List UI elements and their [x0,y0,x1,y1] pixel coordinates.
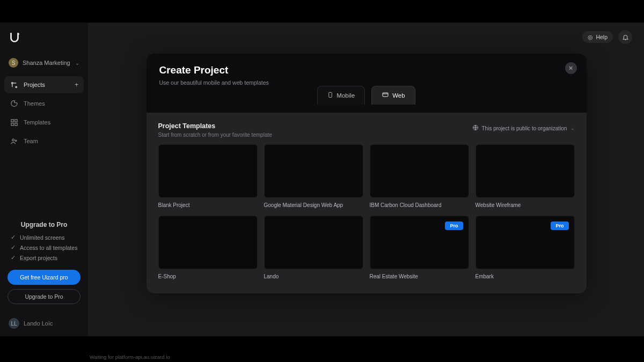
workspace-name: Shanza Marketing [23,60,70,66]
close-button[interactable]: ✕ [565,62,577,74]
pro-badge: Pro [445,221,463,230]
template-name: Blank Project [158,202,258,208]
sidebar-item-label: Themes [24,100,45,107]
sidebar-item-label: Projects [24,82,45,88]
pro-badge: Pro [551,221,568,230]
themes-icon [10,99,18,108]
visibility-label: This project is public to organization [482,125,567,131]
upgrade-feature: ✓Unlimited screens [8,234,80,241]
svg-rect-10 [383,93,388,97]
template-card-material-web-app[interactable]: Google Material Design Web App [264,144,363,208]
template-card-lando[interactable]: Lando [264,216,363,279]
tab-web[interactable]: Web [371,86,415,105]
main-area: ◎ Help Create Project Use our beautiful … [89,23,644,336]
help-icon: ◎ [588,34,593,40]
sidebar-item-label: Templates [24,119,50,125]
svg-rect-9 [329,92,332,97]
sidebar-item-team[interactable]: Team [4,132,84,150]
section-title: Project Templates [158,122,272,130]
upgrade-feature: ✓Export projects [8,254,80,261]
template-thumbnail: Pro [475,216,575,269]
template-card-embark[interactable]: Pro Embark [475,216,575,279]
svg-point-1 [11,82,13,84]
template-name: E-Shop [158,274,258,279]
globe-icon [472,124,479,132]
help-button[interactable]: ◎ Help [582,31,613,43]
template-thumbnail [264,216,363,269]
status-text: Waiting for platform-api.au.uizard.io [90,354,170,360]
template-name: Embark [475,274,575,279]
plus-icon[interactable]: + [75,81,78,88]
workspace-switcher[interactable]: S Shanza Marketing ⌄ [4,55,84,71]
sidebar: S Shanza Marketing ⌄ Projects + Themes T… [0,23,89,336]
close-icon: ✕ [568,65,573,72]
template-card-website-wireframe[interactable]: Website Wireframe [475,144,575,208]
template-thumbnail [158,144,258,198]
svg-point-2 [16,86,17,88]
template-name: Website Wireframe [475,202,575,208]
svg-point-7 [12,139,14,141]
template-card-real-estate[interactable]: Pro Real Estate Website [370,216,469,279]
upgrade-panel: Upgrade to Pro ✓Unlimited screens ✓Acces… [4,216,84,304]
check-icon: ✓ [11,234,16,241]
template-thumbnail [370,144,469,198]
tab-label: Web [392,92,405,99]
template-thumbnail [158,216,258,269]
svg-rect-4 [14,119,17,121]
svg-rect-5 [11,123,13,125]
get-free-pro-button[interactable]: Get free Uizard pro [8,270,80,285]
projects-icon [10,80,18,89]
template-thumbnail [475,144,575,198]
svg-rect-6 [14,123,17,125]
create-project-modal: Create Project Use our beautiful mobile … [147,54,587,293]
svg-rect-3 [11,119,13,121]
template-thumbnail: Pro [370,216,469,269]
help-label: Help [596,34,608,40]
sidebar-item-label: Team [24,138,38,144]
tab-label: Mobile [336,92,355,99]
notifications-button[interactable] [618,30,632,44]
sidebar-item-templates[interactable]: Templates [4,114,84,131]
chevron-down-icon: ⌄ [75,60,79,66]
template-name: Lando [264,274,363,279]
template-card-ibm-carbon[interactable]: IBM Carbon Cloud Dashboard [370,144,469,208]
svg-point-0 [18,33,19,35]
templates-icon [10,118,18,127]
team-icon [10,137,18,145]
upgrade-feature: ✓Access to all templates [8,244,80,251]
svg-point-8 [15,140,17,142]
sidebar-item-themes[interactable]: Themes [4,95,84,112]
template-thumbnail [264,144,363,198]
template-card-blank-project[interactable]: Blank Project [158,144,258,208]
sidebar-item-projects[interactable]: Projects + [4,76,84,93]
template-card-eshop[interactable]: E-Shop [158,216,258,279]
logo-icon [8,31,21,45]
user-menu[interactable]: LL Lando Loïc [4,313,84,330]
mobile-icon [327,91,333,100]
check-icon: ✓ [11,244,16,251]
section-subtitle: Start from scratch or from your favorite… [158,132,272,138]
template-name: IBM Carbon Cloud Dashboard [370,202,469,208]
chevron-down-icon: ⌄ [570,125,575,131]
web-icon [382,92,389,99]
upgrade-to-pro-button[interactable]: Upgrade to Pro [8,289,80,304]
check-icon: ✓ [11,254,16,261]
template-name: Google Material Design Web App [264,202,363,208]
modal-title: Create Project [159,64,574,76]
user-name: Lando Loïc [24,320,53,327]
user-avatar: LL [9,318,19,329]
workspace-avatar: S [9,58,18,68]
template-name: Real Estate Website [370,274,469,279]
visibility-selector[interactable]: This project is public to organization ⌄ [472,124,575,132]
tab-mobile[interactable]: Mobile [317,86,365,105]
upgrade-title: Upgrade to Pro [8,221,80,228]
